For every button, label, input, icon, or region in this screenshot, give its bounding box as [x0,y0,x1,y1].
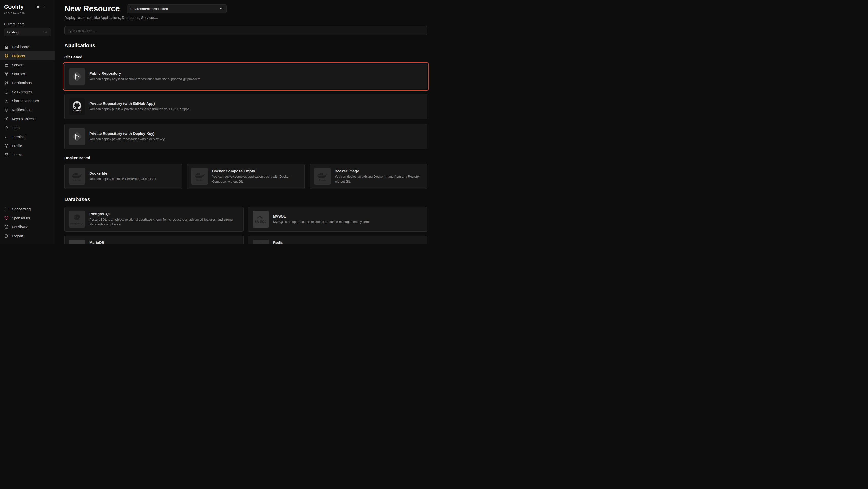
github-icon: GitHub [69,98,85,115]
sidebar-item-tags[interactable]: Tags [0,123,55,132]
card-docker-image[interactable]: docker Docker Image You can deploy an ex… [310,164,427,189]
home-icon [4,45,9,49]
sidebar-item-onboarding[interactable]: Onboarding [0,204,55,213]
sidebar: Coolify v4.0.0-beta.399 Current Team Hos… [0,0,55,244]
layers-icon [4,53,9,58]
section-title-databases: Databases [64,197,427,202]
environment-select[interactable]: Environment: production [127,4,227,13]
sidebar-item-sources[interactable]: Sources [0,69,55,78]
current-team-label: Current Team [0,15,55,28]
git-based-cards: Public Repository You can deploy any kin… [64,64,427,149]
route-icon [4,80,9,85]
card-redis[interactable]: redis Redis Redis is a source-available,… [248,236,427,244]
sidebar-item-projects[interactable]: Projects [0,51,55,60]
card-mariadb[interactable]: MariaDB MariaDB MariaDB is a community-d… [64,236,244,244]
card-postgresql[interactable]: PostgreSQL PostgreSQL PostgreSQL is an o… [64,207,244,232]
card-dockerfile[interactable]: docker Dockerfile You can deploy a simpl… [64,164,182,189]
user-circle-icon [4,143,9,148]
users-icon [4,152,9,157]
sidebar-item-shared-variables[interactable]: Shared Variables [0,96,55,105]
docker-icon: docker [314,168,331,185]
team-select[interactable]: Hosting [4,28,51,36]
git-icon [69,128,85,145]
help-circle-icon [4,225,9,229]
variable-icon [4,98,9,103]
section-title-applications: Applications [64,42,427,49]
card-public-repository[interactable]: Public Repository You can deploy any kin… [64,64,427,89]
sidebar-item-dashboard[interactable]: Dashboard [0,42,55,51]
docker-icon: docker [191,168,208,185]
page-title: New Resource [64,4,120,13]
redis-icon: redis [252,240,269,244]
card-private-repository-deploy-key[interactable]: Private Repository (with Deploy Key) You… [64,124,427,149]
logout-icon [4,233,9,238]
database-icon [4,89,9,94]
sidebar-footer: Onboarding Sponsor us Feedback Logout [0,204,55,240]
git-icon [69,68,85,85]
terminal-icon [4,134,9,139]
page-subtitle: Deploy resources, like Applications, Dat… [64,16,427,20]
sidebar-item-sponsor-us[interactable]: Sponsor us [0,213,55,223]
docker-based-cards: docker Dockerfile You can deploy a simpl… [64,164,427,189]
sidebar-nav: Dashboard Projects Servers Sources Desti… [0,42,55,159]
sidebar-item-feedback[interactable]: Feedback [0,223,55,231]
sidebar-item-logout[interactable]: Logout [0,231,55,240]
sidebar-item-servers[interactable]: Servers [0,60,55,69]
tag-icon [4,125,9,130]
sidebar-item-terminal[interactable]: Terminal [0,132,55,141]
sidebar-item-notifications[interactable]: Notifications [0,105,55,114]
app-logo: Coolify [4,4,24,10]
theme-toggle-sun-icon[interactable] [36,5,40,9]
sidebar-item-keys-tokens[interactable]: Keys & Tokens [0,114,55,123]
mariadb-icon: MariaDB [69,240,85,244]
brand-row: Coolify [0,4,55,10]
postgresql-icon: PostgreSQL [69,211,85,228]
chevron-down-icon [44,30,48,34]
sidebar-item-profile[interactable]: Profile [0,141,55,150]
main-content: New Resource Environment: production Dep… [55,0,434,244]
app-version: v4.0.0-beta.399 [0,10,55,15]
bell-icon [4,107,9,112]
environment-select-value: Environment: production [130,7,168,11]
chevron-up-down-icon[interactable] [42,5,47,9]
search-input[interactable] [64,26,427,35]
docker-icon: docker [69,168,85,185]
heart-icon [4,215,9,220]
sidebar-item-teams[interactable]: Teams [0,150,55,159]
sidebar-item-destinations[interactable]: Destinations [0,78,55,87]
card-private-repository-github-app[interactable]: GitHub Private Repository (with GitHub A… [64,94,427,119]
database-cards: PostgreSQL PostgreSQL PostgreSQL is an o… [64,207,427,244]
git-branch-icon [4,71,9,76]
chevron-down-icon [219,7,223,11]
key-icon [4,116,9,121]
card-docker-compose-empty[interactable]: docker Docker Compose Empty You can depl… [187,164,305,189]
server-icon [4,62,9,67]
checklist-icon [4,206,9,211]
subsection-title-docker-based: Docker Based [64,156,427,160]
team-select-value: Hosting [7,30,19,34]
sidebar-item-s3-storages[interactable]: S3 Storages [0,87,55,96]
card-mysql[interactable]: MySQL MySQL MySQL is an open-source rela… [248,207,427,232]
mysql-icon: MySQL [252,211,269,228]
subsection-title-git-based: Git Based [64,55,427,59]
